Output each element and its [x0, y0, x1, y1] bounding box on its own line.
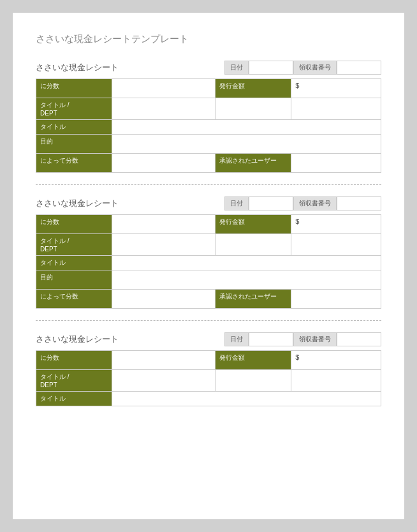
row2-label1: タイトル /DEPT	[36, 98, 112, 120]
r2-row4-label1: 目的	[36, 270, 112, 290]
r2-row1-label3: 発行金額	[216, 215, 291, 234]
row5-label3: 承認されたユーザー	[216, 154, 291, 173]
date-input-2[interactable]	[249, 196, 293, 211]
receipt-num-input-3[interactable]	[337, 332, 381, 346]
row2-col3[interactable]	[216, 98, 291, 120]
r2-row2-label1: タイトル /DEPT	[36, 234, 112, 256]
table-row: タイトル /DEPT	[36, 370, 381, 392]
receipt-num-label-3: 領収書番号	[293, 332, 337, 346]
r2-row5-col2[interactable]	[112, 290, 216, 309]
divider-1	[36, 184, 381, 185]
receipt-section-2: ささいな現金レシート 日付 領収書番号 に分数 発行金額 $	[36, 196, 381, 309]
r2-row1-col2[interactable]	[112, 215, 216, 234]
r2-row1-label1: に分数	[36, 215, 112, 234]
r2-row1-col4: $	[291, 215, 381, 234]
table-row: 目的	[36, 270, 381, 290]
r3-row1-col4: $	[291, 351, 381, 370]
table-row: によって分数 承認されたユーザー	[36, 154, 381, 173]
receipt-header-3: ささいな現金レシート 日付 領収書番号	[36, 332, 381, 346]
receipt-num-input-1[interactable]	[337, 61, 381, 75]
r3-row3-label1: タイトル	[36, 392, 112, 406]
r3-row2-label1: タイトル /DEPT	[36, 370, 112, 392]
receipt-header-2: ささいな現金レシート 日付 領収書番号	[36, 196, 381, 211]
receipt-table-1: に分数 発行金額 $ タイトル /DEPT タイトル 目的	[36, 78, 381, 173]
r2-row2-col4[interactable]	[291, 234, 381, 256]
table-row: タイトル	[36, 120, 381, 135]
row5-col4[interactable]	[291, 154, 381, 173]
table-row: タイトル /DEPT	[36, 234, 381, 256]
row3-col2[interactable]	[112, 120, 381, 135]
divider-2	[36, 320, 381, 321]
r2-row5-label3: 承認されたユーザー	[216, 290, 291, 309]
table-row: タイトル	[36, 256, 381, 270]
table-row: に分数 発行金額 $	[36, 215, 381, 234]
date-input-3[interactable]	[249, 332, 293, 346]
r2-row4-col2[interactable]	[112, 270, 381, 290]
r3-row2-col3[interactable]	[216, 370, 291, 392]
receipt-header-fields-1: 日付 領収書番号	[224, 61, 381, 75]
r2-row5-col4[interactable]	[291, 290, 381, 309]
r3-row1-label1: に分数	[36, 351, 112, 370]
date-label-2: 日付	[224, 196, 249, 211]
date-label-3: 日付	[224, 332, 249, 346]
r2-row3-label1: タイトル	[36, 256, 112, 270]
row4-col2[interactable]	[112, 135, 381, 154]
receipt-section-1: ささいな現金レシート 日付 領収書番号 に分数 発行金額 $	[36, 61, 381, 173]
row1-col2[interactable]	[112, 79, 216, 98]
receipt-header-fields-3: 日付 領収書番号	[224, 332, 381, 346]
date-label-1: 日付	[224, 61, 249, 75]
receipt-num-label-1: 領収書番号	[293, 61, 337, 75]
row5-label1: によって分数	[36, 154, 112, 173]
receipt-table-2: に分数 発行金額 $ タイトル /DEPT タイトル 目的	[36, 214, 381, 309]
row4-label1: 目的	[36, 135, 112, 154]
table-row: によって分数 承認されたユーザー	[36, 290, 381, 309]
receipt-num-label-2: 領収書番号	[293, 196, 337, 211]
r2-row2-col2[interactable]	[112, 234, 216, 256]
row1-col4: $	[291, 79, 381, 98]
r2-row5-label1: によって分数	[36, 290, 112, 309]
r3-row2-col2[interactable]	[112, 370, 216, 392]
receipt-header-1: ささいな現金レシート 日付 領収書番号	[36, 61, 381, 75]
table-row: に分数 発行金額 $	[36, 351, 381, 370]
receipt-title-3: ささいな現金レシート	[36, 334, 224, 345]
table-row: に分数 発行金額 $	[36, 79, 381, 98]
row5-col2[interactable]	[112, 154, 216, 173]
row2-col4[interactable]	[291, 98, 381, 120]
row1-label3: 発行金額	[216, 79, 291, 98]
r3-row3-col2[interactable]	[112, 392, 381, 406]
receipt-title-1: ささいな現金レシート	[36, 62, 224, 73]
page-title: ささいな現金レシートテンプレート	[36, 33, 381, 45]
table-row: タイトル /DEPT	[36, 98, 381, 120]
row2-col2[interactable]	[112, 98, 216, 120]
r3-row2-col4[interactable]	[291, 370, 381, 392]
r2-row3-col2[interactable]	[112, 256, 381, 270]
date-input-1[interactable]	[249, 61, 293, 75]
receipt-table-3: に分数 発行金額 $ タイトル /DEPT タイトル	[36, 350, 381, 406]
table-row: 目的	[36, 135, 381, 154]
receipt-section-3: ささいな現金レシート 日付 領収書番号 に分数 発行金額 $	[36, 332, 381, 406]
receipt-header-fields-2: 日付 領収書番号	[224, 196, 381, 211]
row1-label1: に分数	[36, 79, 112, 98]
receipt-num-input-2[interactable]	[337, 196, 381, 211]
receipt-title-2: ささいな現金レシート	[36, 198, 224, 209]
r3-row1-label3: 発行金額	[216, 351, 291, 370]
r3-row1-col2[interactable]	[112, 351, 216, 370]
table-row: タイトル	[36, 392, 381, 406]
row3-label1: タイトル	[36, 120, 112, 135]
page: ささいな現金レシートテンプレート ささいな現金レシート 日付 領収書番号 に分数	[13, 13, 404, 519]
r2-row2-col3[interactable]	[216, 234, 291, 256]
